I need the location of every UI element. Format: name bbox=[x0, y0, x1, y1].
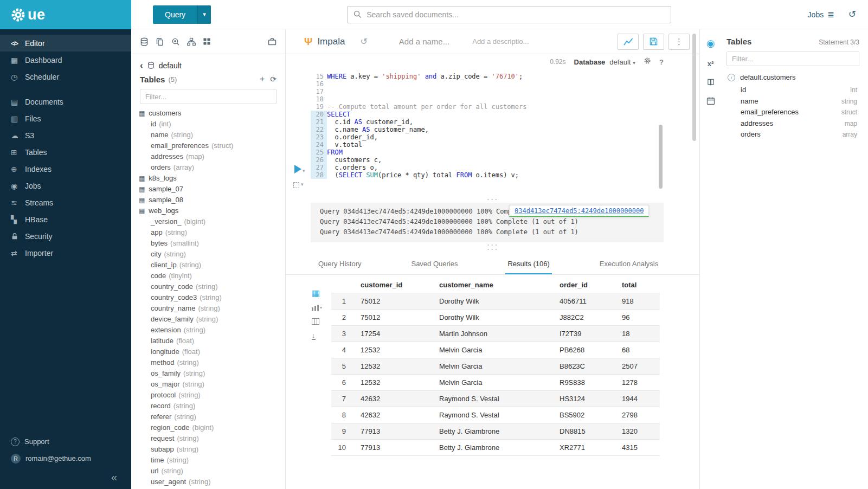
assist-filter-input[interactable] bbox=[140, 89, 277, 104]
assist-column-device_family[interactable]: device_family(string) bbox=[131, 314, 285, 325]
assist-column-name[interactable]: name(string) bbox=[131, 130, 285, 140]
resize-handle-top[interactable] bbox=[286, 197, 699, 203]
right-column-id[interactable]: idint bbox=[726, 85, 859, 96]
assist-column-region_code[interactable]: region_code(bigint) bbox=[131, 422, 285, 433]
sidebar-item-security[interactable]: Security bbox=[0, 228, 131, 244]
code-line[interactable]: c.name AS customer_name, bbox=[327, 126, 699, 133]
search-input[interactable] bbox=[367, 10, 665, 19]
active-table-reference[interactable]: i default.customers bbox=[726, 70, 859, 85]
add-table-icon[interactable]: + bbox=[260, 74, 265, 84]
table-row[interactable]: 275012Dorothy WilkJ882C296 bbox=[331, 310, 660, 326]
snippet-history-icon[interactable]: ↺ bbox=[360, 36, 367, 47]
user-menu[interactable]: R romain@gethue.com bbox=[0, 450, 131, 467]
results-col-order_id[interactable]: order_id bbox=[554, 277, 616, 293]
sidebar-item-tables[interactable]: ⊞Tables bbox=[0, 144, 131, 160]
tab-saved-queries[interactable]: Saved Queries bbox=[409, 255, 460, 274]
sitemap-icon[interactable] bbox=[187, 37, 196, 46]
assist-table-customers[interactable]: ▦customers bbox=[131, 108, 285, 119]
query-history-icon[interactable]: ↺ bbox=[848, 9, 856, 20]
editor-help-icon[interactable]: ? bbox=[659, 58, 664, 66]
code-line[interactable] bbox=[327, 88, 699, 95]
database-select[interactable]: default ▾ bbox=[609, 58, 635, 66]
results-col-total[interactable]: total bbox=[616, 277, 660, 293]
database-source-icon[interactable] bbox=[140, 37, 149, 46]
right-column-name[interactable]: namestring bbox=[726, 96, 859, 107]
code-line[interactable]: SELECT bbox=[327, 111, 699, 118]
support-link[interactable]: ? Support bbox=[0, 433, 131, 450]
more-options-button[interactable]: ⋮ bbox=[668, 34, 690, 50]
sidebar-item-files[interactable]: ▥Files bbox=[0, 110, 131, 127]
assist-column-_version_[interactable]: _version_(bigint) bbox=[131, 216, 285, 227]
assist-column-city[interactable]: city(string) bbox=[131, 249, 285, 260]
schedule-calendar-icon[interactable] bbox=[706, 96, 715, 105]
apps-grid-icon[interactable] bbox=[203, 37, 211, 46]
assist-column-request[interactable]: request(string) bbox=[131, 433, 285, 444]
collapse-sidebar-button[interactable]: « bbox=[111, 471, 117, 483]
zoom-search-icon[interactable] bbox=[171, 37, 180, 46]
assist-column-extension[interactable]: extension(string) bbox=[131, 325, 285, 336]
table-row[interactable]: 175012Dorothy Wilk4056711918 bbox=[331, 293, 660, 310]
refresh-tables-icon[interactable]: ⟳ bbox=[270, 75, 277, 83]
sidebar-item-dashboard[interactable]: ▦Dashboard bbox=[0, 52, 131, 68]
assist-column-subapp[interactable]: subapp(string) bbox=[131, 444, 285, 455]
table-row[interactable]: 612532Melvin GarciaR9S8381278 bbox=[331, 375, 660, 391]
save-button[interactable] bbox=[643, 34, 664, 50]
assist-column-email_preferences[interactable]: email_preferences(struct) bbox=[131, 140, 285, 151]
code-line[interactable]: -- Compute total amount per order for al… bbox=[327, 103, 699, 111]
gutter-line[interactable]: 27 bbox=[311, 164, 327, 171]
assist-table-sample_07[interactable]: ▦sample_07 bbox=[131, 184, 285, 195]
breadcrumb-database[interactable]: default bbox=[159, 61, 182, 70]
assist-column-app[interactable]: app(string) bbox=[131, 227, 285, 238]
assist-column-client_ip[interactable]: client_ip(string) bbox=[131, 260, 285, 271]
gutter-line[interactable]: 15 bbox=[311, 73, 327, 80]
table-row[interactable]: 742632Raymond S. VestalHS31241944 bbox=[331, 391, 660, 407]
sidebar-item-importer[interactable]: ⇄Importer bbox=[0, 244, 131, 261]
assist-column-referer[interactable]: referer(string) bbox=[131, 411, 285, 422]
back-icon[interactable]: ‹ bbox=[140, 61, 143, 70]
query-dropdown-caret[interactable]: ▾ bbox=[197, 5, 211, 24]
code-line[interactable]: c.orders o, bbox=[327, 164, 699, 171]
sidebar-item-streams[interactable]: ≋Streams bbox=[0, 194, 131, 211]
sidebar-item-documents[interactable]: ▤Documents bbox=[0, 93, 131, 110]
gutter-line[interactable]: 21 bbox=[311, 118, 327, 126]
query-id-tooltip[interactable]: 034d413ec7474ed5:4249de1000000000 bbox=[509, 205, 649, 217]
assist-column-os_family[interactable]: os_family(string) bbox=[131, 368, 285, 379]
sidebar-item-scheduler[interactable]: ◷Scheduler bbox=[0, 68, 131, 85]
tab-query-history[interactable]: Query History bbox=[316, 255, 363, 274]
hue-assistant-icon[interactable]: ◉ bbox=[706, 37, 715, 49]
functions-icon[interactable]: x² bbox=[708, 60, 714, 68]
code-editor[interactable]: ▾ ▾ 1516171819202122232425262728 WHERE a… bbox=[286, 69, 699, 197]
sidebar-item-editor[interactable]: </>Editor bbox=[0, 35, 131, 52]
assist-column-time[interactable]: time(string) bbox=[131, 455, 285, 466]
results-col-customer_name[interactable]: customer_name bbox=[434, 277, 554, 293]
code-line[interactable]: v.total bbox=[327, 141, 699, 149]
new-query-button[interactable]: Query ▾ bbox=[153, 5, 211, 24]
table-row[interactable]: 512532Melvin GarciaB8623C2507 bbox=[331, 358, 660, 375]
columns-view-icon[interactable] bbox=[312, 318, 319, 325]
execute-options-caret[interactable]: ▾ bbox=[303, 168, 305, 173]
chart-view-icon[interactable]: ▾ bbox=[312, 305, 322, 311]
gutter-line[interactable]: 18 bbox=[311, 95, 327, 103]
code-line[interactable]: customers c, bbox=[327, 156, 699, 164]
editor-code[interactable]: WHERE a.key = 'shipping' and a.zip_code … bbox=[327, 69, 699, 197]
editor-gutter[interactable]: 1516171819202122232425262728 bbox=[311, 69, 327, 197]
code-line[interactable]: FROM bbox=[327, 149, 699, 156]
gutter-line[interactable]: 19 bbox=[311, 103, 327, 111]
statement-selector-icon[interactable] bbox=[293, 182, 299, 188]
assist-column-bytes[interactable]: bytes(smallint) bbox=[131, 238, 285, 249]
sidebar-item-s3[interactable]: ☁S3 bbox=[0, 127, 131, 144]
assist-column-latitude[interactable]: latitude(float) bbox=[131, 336, 285, 346]
jobs-link[interactable]: Jobs ≣ bbox=[808, 10, 834, 20]
assist-column-method[interactable]: method(string) bbox=[131, 357, 285, 368]
sidebar-item-hbase[interactable]: ▚HBase bbox=[0, 211, 131, 228]
gutter-line[interactable]: 23 bbox=[311, 133, 327, 141]
table-row[interactable]: 412532Melvin GarciaPB626868 bbox=[331, 342, 660, 358]
gutter-line[interactable]: 16 bbox=[311, 80, 327, 88]
assist-column-id[interactable]: id(int) bbox=[131, 119, 285, 130]
sidebar-item-indexes[interactable]: ⊕Indexes bbox=[0, 160, 131, 177]
assist-table-sample_08[interactable]: ▦sample_08 bbox=[131, 195, 285, 205]
gutter-line[interactable]: 28 bbox=[311, 171, 327, 179]
assist-column-protocol[interactable]: protocol(string) bbox=[131, 390, 285, 401]
code-line[interactable]: c.id AS customer_id, bbox=[327, 118, 699, 126]
gutter-line[interactable]: 26 bbox=[311, 156, 327, 164]
